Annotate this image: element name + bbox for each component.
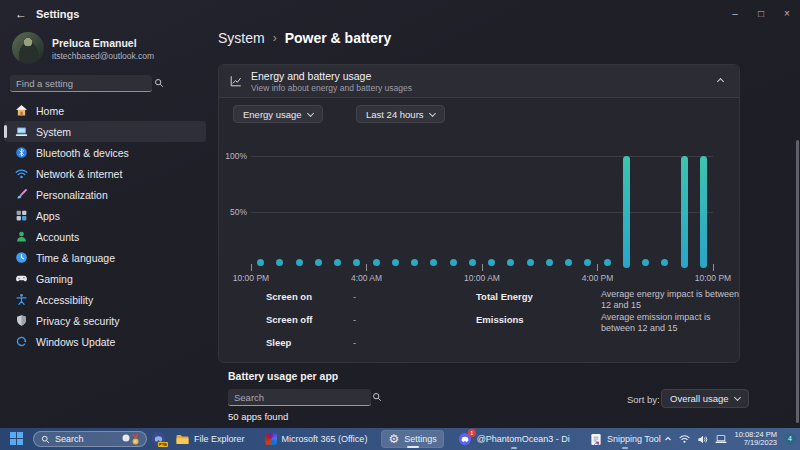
titlebar: ← Settings – □ × bbox=[0, 0, 800, 28]
taskbar-button-label: Microsoft 365 (Office) bbox=[282, 434, 368, 444]
chart-dot bbox=[296, 259, 303, 266]
sidebar-item-personalization[interactable]: Personalization bbox=[4, 184, 206, 205]
chart-dot bbox=[546, 259, 553, 266]
chart-bar bbox=[700, 156, 707, 268]
taskbar-snipping-tool-button[interactable]: Snipping Tool bbox=[584, 430, 667, 448]
chart-dot bbox=[411, 259, 418, 266]
wifi-icon bbox=[15, 167, 28, 180]
taskbar-button-label: File Explorer bbox=[194, 434, 245, 444]
chevron-down-icon bbox=[429, 109, 436, 116]
chart-dot bbox=[507, 259, 514, 266]
sidebar-item-bluetooth-devices[interactable]: Bluetooth & devices bbox=[4, 142, 206, 163]
sidebar-item-time-language[interactable]: Time & language bbox=[4, 247, 206, 268]
settings-search-box[interactable] bbox=[10, 75, 152, 92]
taskbar-file-explorer-button[interactable]: File Explorer bbox=[170, 430, 251, 448]
sidebar-item-system[interactable]: System bbox=[4, 121, 206, 142]
stat-label-screen-off: Screen off bbox=[266, 314, 312, 325]
home-icon bbox=[15, 104, 28, 117]
accessibility-icon bbox=[15, 293, 28, 306]
snipping-tool-icon bbox=[590, 433, 602, 446]
breadcrumb-separator: › bbox=[273, 31, 277, 45]
chart-dot bbox=[276, 259, 283, 266]
brush-icon bbox=[15, 188, 28, 201]
energy-card-title: Energy and battery usage bbox=[251, 70, 371, 82]
chevron-up-icon bbox=[717, 78, 724, 85]
sidebar-item-home[interactable]: Home bbox=[4, 100, 206, 121]
clock-date: 7/19/2023 bbox=[734, 439, 777, 448]
sidebar-item-label: Accounts bbox=[36, 231, 79, 243]
chart-gridline bbox=[251, 212, 713, 213]
sidebar-item-label: Personalization bbox=[36, 189, 108, 201]
sidebar-item-windows-update[interactable]: Windows Update bbox=[4, 331, 206, 352]
sidebar-item-gaming[interactable]: Gaming bbox=[4, 268, 206, 289]
chart-dot bbox=[353, 259, 360, 266]
taskbar-discord-ptb-button[interactable]: PTB bbox=[151, 431, 166, 446]
chart-x-tick-label: 10:00 AM bbox=[464, 273, 500, 283]
taskbar-search-label: Search bbox=[55, 434, 121, 444]
ptb-badge: PTB bbox=[158, 442, 168, 447]
taskbar-settings-button[interactable]: ⚙ Settings bbox=[381, 430, 443, 448]
tray-chevron-up-icon[interactable] bbox=[664, 435, 672, 443]
time-range-dropdown[interactable]: Last 24 hours bbox=[356, 105, 445, 123]
avatar bbox=[12, 32, 44, 64]
sidebar-item-accessibility[interactable]: Accessibility bbox=[4, 289, 206, 310]
chart-plot: 10:00 PM4:00 AM10:00 AM4:00 PM10:00 PM bbox=[251, 141, 713, 291]
breadcrumb: System › Power & battery bbox=[218, 30, 391, 46]
search-icon bbox=[41, 435, 50, 444]
energy-usage-dropdown-value: Energy usage bbox=[243, 109, 302, 120]
maximize-button[interactable]: □ bbox=[748, 0, 774, 28]
back-arrow-icon: ← bbox=[15, 7, 27, 21]
sidebar-item-label: System bbox=[36, 126, 71, 138]
profile-email: itstechbased@outlook.com bbox=[52, 51, 154, 61]
start-button[interactable] bbox=[10, 432, 23, 445]
tray-volume-icon[interactable] bbox=[697, 434, 708, 445]
sidebar-item-accounts[interactable]: Accounts bbox=[4, 226, 206, 247]
tray-laptop-icon[interactable] bbox=[715, 434, 727, 444]
window-title: Settings bbox=[36, 8, 79, 20]
time-range-dropdown-value: Last 24 hours bbox=[366, 109, 424, 120]
sidebar-item-network-internet[interactable]: Network & internet bbox=[4, 163, 206, 184]
minimize-button[interactable]: – bbox=[722, 0, 748, 28]
sidebar-item-label: Gaming bbox=[36, 273, 73, 285]
chart-x-tick-label: 10:00 PM bbox=[695, 273, 731, 283]
taskbar-microsoft-365-button[interactable]: Microsoft 365 (Office) bbox=[259, 430, 374, 448]
notification-center-badge[interactable]: 4 bbox=[784, 433, 796, 445]
scrollbar[interactable] bbox=[796, 140, 799, 423]
breadcrumb-system[interactable]: System bbox=[218, 30, 265, 46]
chart-dot bbox=[488, 259, 495, 266]
energy-card-subtitle: View info about energy and battery usage… bbox=[251, 83, 412, 93]
chart-x-tick bbox=[597, 264, 598, 271]
settings-search-input[interactable] bbox=[10, 78, 154, 89]
profile-name: Preluca Emanuel bbox=[52, 37, 137, 49]
back-button[interactable]: ← bbox=[12, 5, 30, 23]
chart-dot bbox=[604, 259, 611, 266]
taskbar-buttons: File Explorer Microsoft 365 (Office) ⚙ S… bbox=[170, 430, 667, 448]
tray-wifi-icon[interactable] bbox=[679, 434, 690, 444]
chart-dot bbox=[334, 259, 341, 266]
chart-y-tick-label: 50% bbox=[225, 207, 247, 217]
app-search-input[interactable] bbox=[228, 392, 372, 403]
energy-card-header[interactable]: Energy and battery usage View info about… bbox=[219, 65, 739, 98]
chart-dot bbox=[373, 259, 380, 266]
taskbar-search[interactable]: Search bbox=[33, 431, 147, 447]
stat-label-sleep: Sleep bbox=[266, 337, 291, 348]
sidebar-item-label: Bluetooth & devices bbox=[36, 147, 129, 159]
window-controls: – □ × bbox=[722, 0, 800, 28]
taskbar-discord-button[interactable]: 1 @PhantomOcean3 - Di bbox=[452, 430, 576, 448]
close-button[interactable]: × bbox=[774, 0, 800, 28]
chart-x-tick bbox=[366, 264, 367, 271]
shield-icon bbox=[15, 314, 28, 327]
app-search-box[interactable] bbox=[228, 389, 371, 406]
chart-dot bbox=[527, 259, 534, 266]
sort-dropdown[interactable]: Overall usage bbox=[661, 389, 749, 408]
sidebar-item-apps[interactable]: Apps bbox=[4, 205, 206, 226]
chart-x-tick bbox=[251, 264, 252, 271]
chart-x-tick-label: 4:00 AM bbox=[351, 273, 382, 283]
taskbar-button-label: @PhantomOcean3 - Di bbox=[477, 434, 570, 444]
person-icon bbox=[15, 230, 28, 243]
taskbar-clock[interactable]: 10:08:24 PM 7/19/2023 bbox=[734, 431, 777, 448]
chart-dot bbox=[661, 259, 668, 266]
energy-usage-dropdown[interactable]: Energy usage bbox=[233, 105, 323, 123]
sidebar-item-privacy-security[interactable]: Privacy & security bbox=[4, 310, 206, 331]
stat-value-screen-on: - bbox=[353, 291, 356, 302]
